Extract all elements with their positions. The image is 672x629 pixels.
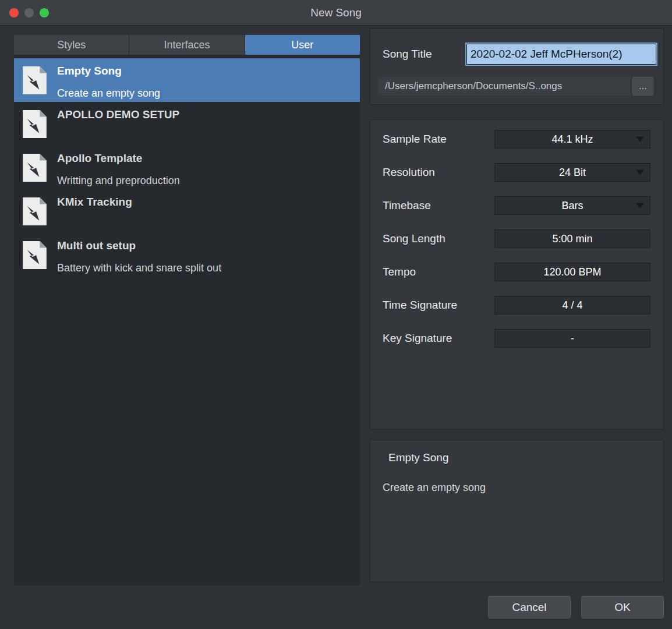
time-signature-label: Time Signature — [383, 299, 457, 312]
sample-rate-row: Sample Rate 44.1 kHz — [370, 122, 663, 156]
song-save-path: /Users/jemcpherson/Documents/S..ongs — [378, 77, 631, 96]
time-signature-field[interactable]: 4 / 4 — [494, 296, 650, 314]
list-item-empty-song[interactable]: Empty Song Create an empty song — [14, 58, 360, 102]
template-title: Apollo Template — [57, 150, 180, 167]
song-length-row: Song Length 5:00 min — [370, 222, 663, 255]
song-title-label: Song Title — [383, 48, 432, 61]
template-list: Empty Song Create an empty song APOLLO D… — [14, 55, 360, 585]
zoom-button[interactable] — [40, 8, 49, 17]
song-title-input[interactable] — [466, 44, 656, 65]
key-signature-value: - — [571, 333, 574, 344]
description-text: Create an empty song — [383, 482, 486, 494]
song-length-label: Song Length — [383, 232, 445, 245]
template-title: Empty Song — [57, 62, 160, 80]
description-title: Empty Song — [388, 451, 449, 464]
time-signature-row: Time Signature 4 / 4 — [370, 288, 663, 321]
tempo-value: 120.00 BPM — [543, 266, 601, 278]
description-section: Empty Song Create an empty song — [370, 440, 664, 582]
titlebar: New Song — [0, 0, 672, 26]
timebase-select[interactable]: Bars — [494, 196, 650, 215]
tab-bar: Styles Interfaces User — [14, 35, 360, 55]
sample-rate-select[interactable]: 44.1 kHz — [494, 130, 650, 149]
timebase-label: Timebase — [383, 199, 431, 212]
chevron-down-icon — [636, 203, 644, 208]
browse-button[interactable]: ... — [632, 77, 653, 96]
tab-styles[interactable]: Styles — [14, 35, 129, 55]
template-subtitle: Create an empty song — [57, 84, 160, 102]
tempo-label: Tempo — [383, 266, 416, 278]
timebase-row: Timebase Bars — [370, 189, 663, 222]
resolution-row: Resolution 24 Bit — [370, 156, 663, 189]
song-length-value: 5:00 min — [552, 233, 592, 245]
song-document-icon — [21, 197, 48, 226]
tempo-field[interactable]: 120.00 BPM — [494, 263, 650, 281]
chevron-down-icon — [636, 169, 644, 175]
template-subtitle: Battery with kick and snare split out — [57, 259, 221, 277]
template-subtitle: Writting and preproduction — [57, 172, 180, 189]
time-signature-value: 4 / 4 — [562, 299, 582, 311]
ok-button[interactable]: OK — [581, 596, 664, 619]
template-title: Multi out setup — [57, 237, 221, 255]
timebase-value: Bars — [561, 200, 583, 211]
window-title: New Song — [0, 0, 672, 26]
cancel-button[interactable]: Cancel — [488, 596, 571, 619]
sample-rate-value: 44.1 kHz — [551, 133, 593, 145]
song-document-icon — [21, 153, 48, 182]
key-signature-label: Key Signature — [383, 332, 452, 345]
song-document-icon — [21, 241, 48, 270]
resolution-label: Resolution — [383, 166, 435, 179]
resolution-value: 24 Bit — [559, 167, 586, 178]
song-document-icon — [21, 66, 48, 95]
song-length-field[interactable]: 5:00 min — [494, 229, 650, 248]
close-button[interactable] — [9, 8, 19, 17]
tab-interfaces[interactable]: Interfaces — [129, 35, 245, 55]
tempo-row: Tempo 120.00 BPM — [370, 255, 663, 288]
minimize-button[interactable] — [24, 8, 34, 17]
template-browser: Styles Interfaces User Empty Song Create… — [14, 35, 360, 585]
chevron-down-icon — [636, 136, 644, 142]
resolution-select[interactable]: 24 Bit — [494, 163, 650, 182]
list-item-apollo-demo[interactable]: APOLLO DEMO SETUP — [14, 102, 360, 146]
key-signature-field[interactable]: - — [494, 329, 650, 348]
tab-user[interactable]: User — [245, 35, 360, 55]
song-title-section: Song Title /Users/jemcpherson/Documents/… — [370, 28, 664, 105]
template-title: APOLLO DEMO SETUP — [57, 106, 179, 123]
template-title: KMix Tracking — [57, 193, 132, 211]
key-signature-row: Key Signature - — [370, 321, 663, 355]
song-document-icon — [21, 109, 48, 139]
song-settings-section: Sample Rate 44.1 kHz Resolution 24 Bit T… — [370, 119, 664, 429]
list-item-kmix-tracking[interactable]: KMix Tracking — [14, 189, 360, 233]
list-item-apollo-template[interactable]: Apollo Template Writting and preproducti… — [14, 146, 360, 189]
list-item-multi-out[interactable]: Multi out setup Battery with kick and sn… — [14, 233, 360, 277]
sample-rate-label: Sample Rate — [383, 133, 447, 146]
window-controls — [9, 8, 49, 17]
